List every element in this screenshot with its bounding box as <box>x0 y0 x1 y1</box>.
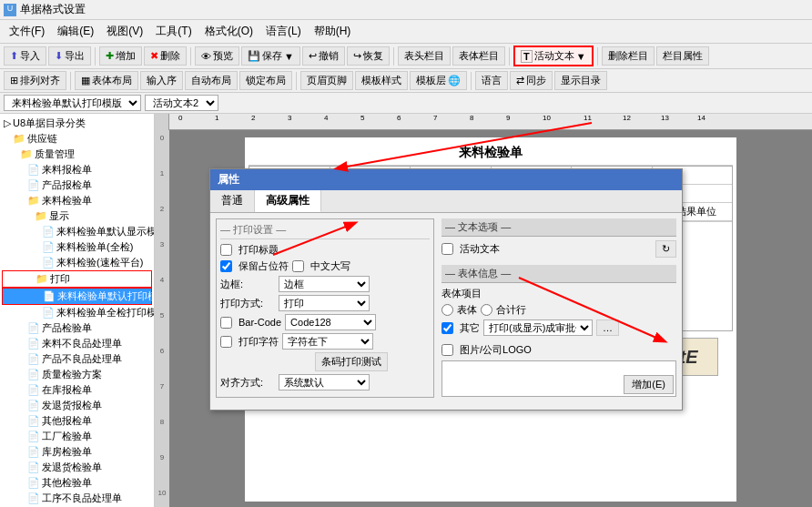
tree-item-quality-plan[interactable]: 📄 质量检验方案 <box>2 367 152 382</box>
del-col-button[interactable]: 删除栏目 <box>602 46 655 66</box>
body-layout-button[interactable]: ▦ 表体布局 <box>75 71 138 90</box>
menu-format[interactable]: 格式化(O) <box>199 22 259 41</box>
delete-button[interactable]: ✖ 删除 <box>144 46 187 66</box>
add-button[interactable]: ✚ 增加 <box>99 46 142 66</box>
auto-layout-button[interactable]: 自动布局 <box>185 71 238 90</box>
language-button[interactable]: 语言 <box>475 71 508 90</box>
other-checkbox[interactable] <box>442 322 453 334</box>
keep-placeholder-checkbox[interactable] <box>220 260 232 272</box>
tree-item-display2[interactable]: 📄 来料检验单(全检) <box>2 239 152 255</box>
barcode-checkbox[interactable] <box>220 317 232 329</box>
input-order-button[interactable]: 输入序 <box>140 71 183 90</box>
tree-item-defect1[interactable]: 📄 来料不良品处理单 <box>2 336 152 351</box>
properties-title: 属性 <box>210 169 682 190</box>
other-more-button[interactable]: … <box>596 319 619 336</box>
tree-item-display[interactable]: 📁 显示 <box>2 208 152 224</box>
active-text-checkbox[interactable] <box>442 243 453 255</box>
text-options-title: — 文本选项 — <box>442 218 676 237</box>
print-settings-dashes2: — <box>276 224 286 235</box>
tree-supply-label: 供应链 <box>27 132 57 146</box>
preview-button[interactable]: 👁 预览 <box>195 46 239 66</box>
tree-item-warehouse-insp[interactable]: 📄 库房检验单 <box>2 444 152 460</box>
sync-button[interactable]: ⇄ 同步 <box>510 71 553 90</box>
tree-item-defect2[interactable]: 📄 产品不良品处理单 <box>2 351 152 367</box>
doc-icon-ri: 📄 <box>27 461 40 473</box>
other-select[interactable]: 打印(或显示)成审批信息 <box>483 319 593 336</box>
redo-button[interactable]: ↪ 恢复 <box>347 46 390 66</box>
template-select1[interactable]: 来料检验单默认打印模版 <box>4 95 141 111</box>
tab-normal[interactable]: 普通 <box>210 190 255 212</box>
doc-icon-wi: 📄 <box>27 446 40 458</box>
tree-item-factory-insp[interactable]: 📄 工厂检验单 <box>2 429 152 444</box>
menu-edit[interactable]: 编辑(E) <box>52 22 99 41</box>
refresh-button[interactable]: ↻ <box>655 240 676 258</box>
tree-item-print2[interactable]: 📄 来料检验单全检打印模板 <box>2 305 152 320</box>
tree-item-display1[interactable]: 📄 来料检验单默认显示模版 <box>2 224 152 239</box>
doc-icon-qp: 📄 <box>27 369 40 380</box>
tree-item-stock-insp[interactable]: 📄 在库报检单 <box>2 382 152 398</box>
menu-language[interactable]: 语言(L) <box>260 22 307 41</box>
tree-item-incoming[interactable]: 📁 来料检验单 <box>2 193 152 208</box>
sync-icon: ⇄ <box>516 75 524 86</box>
menu-help[interactable]: 帮助(H) <box>309 22 357 41</box>
total-radio[interactable] <box>481 304 492 316</box>
template-select2[interactable]: 活动文本2 <box>145 95 218 111</box>
text-options-dashes: — <box>445 221 458 232</box>
tree-item-return-insp[interactable]: 📄 发退货检验单 <box>2 460 152 475</box>
tree-item-supply[interactable]: 📁 供应链 <box>2 131 152 147</box>
ruler-mark-14: 14 <box>697 114 705 122</box>
align-button[interactable]: ⊞ 排列对齐 <box>4 71 66 90</box>
template-layer-button[interactable]: 模板层 🌐 <box>410 71 467 90</box>
import-button[interactable]: ⬆ 导入 <box>4 46 46 66</box>
main-area: ▷ U8单据目录分类 📁 供应链 📁 质量管理 📄 来料报检单 📄 产品报检单 … <box>0 114 812 507</box>
tree-item-ship-insp[interactable]: 📄 发退货报检单 <box>2 398 152 413</box>
undo-button[interactable]: ↩ 撤销 <box>302 46 345 66</box>
template-style-button[interactable]: 模板样式 <box>355 71 408 90</box>
show-dir-button[interactable]: 显示目录 <box>554 71 607 90</box>
body-col-button[interactable]: 表体栏目 <box>452 46 505 66</box>
tree-item-print1[interactable]: 📄 来料检验单默认打印模版 <box>2 288 152 305</box>
menu-view[interactable]: 视图(V) <box>101 22 148 41</box>
print-method-select[interactable]: 打印 <box>279 295 370 311</box>
col-prop-button[interactable]: 栏目属性 <box>656 46 709 66</box>
tree-item-print-folder[interactable]: 📁 打印 <box>2 270 152 288</box>
print-char-checkbox[interactable] <box>220 336 232 348</box>
save-button[interactable]: 💾 保存 ▼ <box>241 46 300 66</box>
title-text: 单据格式设置 <box>20 2 86 17</box>
tree-item-quality[interactable]: 📁 质量管理 <box>2 147 152 162</box>
export-button[interactable]: ⬇ 导出 <box>48 46 91 66</box>
tree-item-display3[interactable]: 📄 来料检验(速检平台) <box>2 255 152 270</box>
barcode-row: Bar-Code Code128 <box>220 314 430 330</box>
tree-item-other-insp2[interactable]: 📄 其他检验单 <box>2 475 152 491</box>
logo-checkbox[interactable] <box>442 344 453 356</box>
ruler-v: 0 1 2 3 4 5 6 7 8 9 10 <box>155 130 169 507</box>
sep1 <box>95 47 96 66</box>
ruler-corner <box>155 114 169 130</box>
menu-tools[interactable]: 工具(T) <box>150 22 197 41</box>
body-radio[interactable] <box>442 304 453 316</box>
print-char-select[interactable]: 字符在下 <box>282 333 373 350</box>
barcode-select[interactable]: Code128 <box>285 314 376 330</box>
tree-root-label: U8单据目录分类 <box>13 117 86 130</box>
print-title-checkbox[interactable] <box>220 244 232 256</box>
barcode-test-button[interactable]: 条码打印测试 <box>315 352 388 371</box>
add-logo-button[interactable]: 增加(E) <box>624 375 674 394</box>
active-text-button[interactable]: T 活动文本 ▼ <box>513 46 594 66</box>
tree-item-product-insp[interactable]: 📄 产品检验单 <box>2 320 152 336</box>
tree-item-doc2[interactable]: 📄 产品报检单 <box>2 177 152 193</box>
tree-item-other-insp[interactable]: 📄 其他报检单 <box>2 413 152 429</box>
ruler-v-3: 3 <box>160 240 164 248</box>
tree-item-process-defect[interactable]: 📄 工序不良品处理单 <box>2 491 152 506</box>
lock-layout-button[interactable]: 锁定布局 <box>239 71 292 90</box>
tree-item-doc1[interactable]: 📄 来料报检单 <box>2 162 152 177</box>
tree-warehouse-insp-label: 库房检验单 <box>42 445 92 459</box>
header-footer-button[interactable]: 页眉页脚 <box>300 71 353 90</box>
tree-item-root[interactable]: ▷ U8单据目录分类 <box>2 116 152 131</box>
tab-advanced[interactable]: 高级属性 <box>255 190 321 212</box>
border-select[interactable]: 边框 <box>279 276 370 292</box>
active-text-row: 活动文本 ↻ <box>442 240 676 258</box>
chinese-caps-checkbox[interactable] <box>292 260 304 272</box>
menu-file[interactable]: 文件(F) <box>4 22 50 41</box>
header-col-button[interactable]: 表头栏目 <box>398 46 451 66</box>
align-select[interactable]: 系统默认 <box>279 374 370 390</box>
